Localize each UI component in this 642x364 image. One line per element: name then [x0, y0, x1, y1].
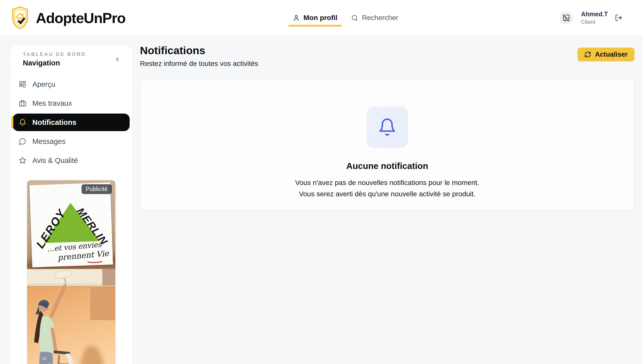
- sidebar-item-label: Messages: [32, 137, 65, 146]
- star-icon: [19, 157, 26, 164]
- tab-rechercher[interactable]: Rechercher: [347, 0, 403, 36]
- empty-state-text: Vous n'avez pas de nouvelles notificatio…: [295, 177, 479, 200]
- main-header: Notifications Restez informé de toutes v…: [140, 45, 634, 68]
- bell-icon: [19, 119, 26, 126]
- bell-tile: [366, 106, 408, 148]
- ad-badge: Publicité: [82, 184, 112, 194]
- sidebar-nav: Aperçu Mes travaux Notifications Message…: [10, 72, 132, 169]
- sidebar-item-messages[interactable]: Messages: [13, 133, 130, 150]
- sidebar-eyebrow: TABLEAU DE BORD: [23, 51, 86, 57]
- page-subtitle: Restez informé de toutes vos activités: [140, 60, 258, 68]
- user-icon: [293, 15, 300, 21]
- empty-state-line1: Vous n'avez pas de nouvelles notificatio…: [295, 179, 479, 187]
- sidebar-title: Navigation: [23, 59, 86, 67]
- avatar[interactable]: [559, 11, 573, 25]
- chat-bubble-icon: [19, 138, 26, 145]
- refresh-label: Actualiser: [595, 51, 628, 58]
- sidebar-item-label: Aperçu: [32, 80, 55, 88]
- logout-button[interactable]: [614, 13, 623, 23]
- user-role: Client: [581, 19, 608, 25]
- brand-name: AdopteUnPro: [36, 10, 125, 26]
- tab-label: Rechercher: [362, 14, 398, 22]
- sidebar-item-label: Mes travaux: [32, 99, 72, 108]
- sidebar-item-mes-travaux[interactable]: Mes travaux: [13, 95, 130, 112]
- briefcase-icon: [19, 100, 26, 107]
- user-name: Ahmed.T: [581, 11, 608, 18]
- dashboard-grid-icon: [19, 80, 26, 88]
- sidebar-ad[interactable]: Publicité LEROY MERLIN ...et vos envies …: [27, 180, 115, 364]
- empty-state-title: Aucune notification: [346, 161, 428, 171]
- refresh-button[interactable]: Actualiser: [578, 48, 634, 61]
- sidebar-item-apercu[interactable]: Aperçu: [13, 75, 130, 93]
- app-header: AdopteUnPro Mon profil Rechercher Ahmed.…: [0, 0, 642, 36]
- tab-mon-profil[interactable]: Mon profil: [288, 0, 342, 36]
- logout-icon: [615, 14, 622, 22]
- notifications-empty-card: Aucune notification Vous n'avez pas de n…: [140, 79, 634, 211]
- user-menu: Ahmed.T Client: [559, 0, 623, 36]
- sidebar-item-label: Notifications: [32, 118, 76, 127]
- sidebar-item-notifications[interactable]: Notifications: [13, 114, 130, 131]
- sidebar-collapse-button[interactable]: [113, 55, 122, 64]
- sidebar: TABLEAU DE BORD Navigation Aperçu Mes tr…: [10, 45, 132, 364]
- leroy-merlin-logo: LEROY MERLIN ...et vos envies prennent V…: [29, 182, 113, 267]
- brand: AdopteUnPro: [12, 0, 125, 36]
- search-icon: [351, 15, 358, 21]
- chevron-left-icon: [114, 56, 121, 63]
- empty-state-line2: Vous serez averti dès qu'une nouvelle ac…: [299, 190, 475, 198]
- user-meta: Ahmed.T Client: [581, 11, 608, 25]
- sidebar-item-avis-qualite[interactable]: Avis & Qualité: [13, 152, 130, 169]
- page-title: Notifications: [140, 45, 258, 56]
- header-tabs: Mon profil Rechercher: [288, 0, 403, 36]
- tab-label: Mon profil: [303, 14, 337, 22]
- brand-logo-icon: [12, 6, 28, 29]
- bell-icon: [378, 118, 397, 137]
- ad-painter-photo: [27, 269, 115, 364]
- sidebar-header: TABLEAU DE BORD Navigation: [10, 45, 132, 72]
- main-content: Notifications Restez informé de toutes v…: [140, 45, 634, 211]
- image-off-icon: [563, 14, 570, 22]
- sidebar-item-label: Avis & Qualité: [32, 156, 78, 165]
- refresh-icon: [584, 51, 591, 58]
